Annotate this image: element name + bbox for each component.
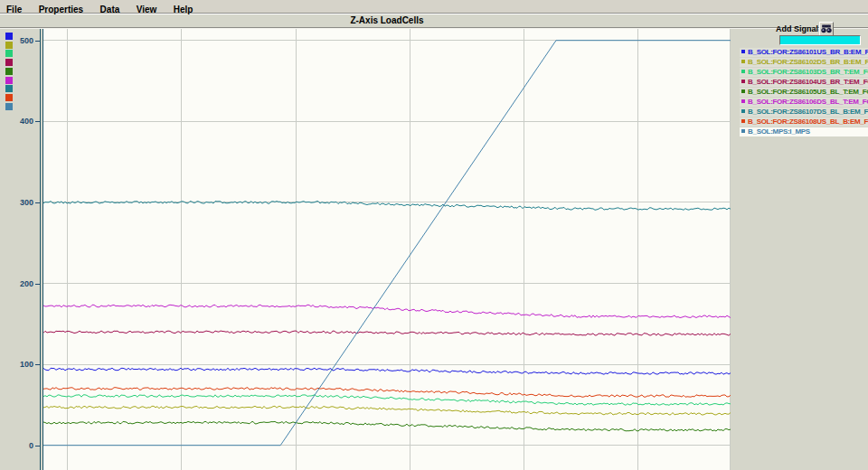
menu-properties[interactable]: Properties: [33, 4, 90, 14]
legend-label: B_SOL:FOR:ZS86104US_BR_T:EM_FORCE: [748, 78, 868, 86]
y-tick-label: 0: [11, 441, 33, 450]
legend-item[interactable]: B_SOL:FOR:ZS86104US_BR_T:EM_FORCE: [740, 78, 868, 87]
menu-view[interactable]: View: [130, 4, 164, 14]
legend-bullet-icon: [741, 60, 745, 63]
color-swatch: [5, 33, 13, 40]
legend-bullet-icon: [741, 70, 745, 73]
legend-item[interactable]: B_SOL:FOR:ZS86102DS_BR_B:EM_FORCE: [740, 58, 868, 67]
add-signal-find-button[interactable]: [819, 22, 834, 36]
y-axis-line: [40, 29, 43, 470]
y-tick: [35, 364, 40, 365]
y-tick: [35, 284, 40, 285]
application-window: File Properties Data View Help Z-Axis Lo…: [0, 0, 868, 470]
legend-bullet-icon: [741, 119, 745, 123]
legend-label: B_SOL:FOR:ZS86103DS_BR_T:EM_FORCE: [748, 68, 868, 76]
menu-data[interactable]: Data: [94, 4, 127, 14]
legend-label: B_SOL:FOR:ZS86105US_BL_T:EM_FORCE: [748, 88, 868, 96]
add-signal-label: Add Signal: [776, 24, 818, 33]
legend-label: B_SOL:FOR:ZS86108US_BL_B:EM_FORCE: [748, 118, 868, 126]
trace-B_SOL:FOR:ZS86101US_BR_B:EM_FORCE: [43, 368, 731, 374]
legend-label: B_SOL:FOR:ZS86107DS_BL_B:EM_FORCE: [748, 108, 868, 116]
color-swatch: [5, 59, 13, 66]
menu-file[interactable]: File: [0, 4, 28, 14]
y-tick: [35, 121, 40, 122]
y-tick-label: 100: [11, 360, 33, 369]
y-tick-label: 300: [11, 198, 33, 207]
add-signal-input[interactable]: [779, 35, 861, 45]
title-divider: [0, 27, 868, 28]
legend-bullet-icon: [741, 99, 745, 103]
y-tick-label: 200: [11, 279, 33, 288]
trace-B_SOL:FOR:ZS86104US_BR_T:EM_FORCE: [43, 331, 731, 335]
legend-item[interactable]: B_SOL:FOR:ZS86101US_BR_B:EM_FORCE: [740, 48, 868, 57]
color-swatch: [5, 50, 13, 57]
menu-bar: File Properties Data View Help: [0, 0, 868, 14]
legend-item[interactable]: B_SOL:FOR:ZS86107DS_BL_B:EM_FORCE: [740, 108, 868, 117]
color-swatch: [5, 42, 13, 49]
trace-B_SOL:FOR:ZS86102DS_BR_B:EM_FORCE: [43, 406, 731, 415]
trace-B_SOL:FOR:ZS86106DS_BL_T:EM_FORCE: [43, 305, 731, 317]
legend-bullet-icon: [741, 89, 745, 93]
page-title: Z-Axis LoadCells: [43, 15, 731, 25]
legend-item[interactable]: B_SOL:FOR:ZS86103DS_BR_T:EM_FORCE: [740, 68, 868, 77]
legend-label: B_SOL:FOR:ZS86102DS_BR_B:EM_FORCE: [748, 58, 868, 66]
y-tick-label: 500: [11, 36, 33, 45]
trace-B_SOL:FOR:ZS86108US_BL_B:EM_FORCE: [43, 388, 731, 398]
legend-label: B_SOL:MPS:I_MPS: [748, 127, 810, 136]
legend-bullet-icon: [741, 109, 745, 113]
strip-chart[interactable]: [43, 29, 731, 470]
color-swatch: [5, 94, 13, 101]
y-tick: [35, 446, 40, 446]
legend-bullet-icon: [741, 50, 745, 53]
color-swatch: [5, 103, 13, 110]
legend-bullet-icon: [741, 80, 745, 83]
color-swatch: [5, 68, 13, 75]
signal-legend: B_SOL:FOR:ZS86101US_BR_B:EM_FORCEB_SOL:F…: [740, 48, 868, 137]
trace-B_SOL:FOR:ZS86105US_BL_T:EM_FORCE: [43, 421, 731, 431]
y-tick-label: 400: [11, 117, 33, 126]
color-swatch: [5, 77, 13, 84]
trace-B_SOL:MPS:I_MPS: [43, 41, 731, 446]
legend-item[interactable]: B_SOL:MPS:I_MPS: [740, 127, 868, 136]
legend-item[interactable]: B_SOL:FOR:ZS86105US_BL_T:EM_FORCE: [740, 88, 868, 97]
legend-bullet-icon: [741, 129, 745, 133]
binoculars-find-icon: [821, 24, 832, 33]
legend-item[interactable]: B_SOL:FOR:ZS86108US_BL_B:EM_FORCE: [740, 118, 868, 127]
legend-item[interactable]: B_SOL:FOR:ZS86106DS_BL_T:EM_FORCE: [740, 98, 868, 107]
legend-label: B_SOL:FOR:ZS86106DS_BL_T:EM_FORCE: [748, 98, 868, 106]
legend-label: B_SOL:FOR:ZS86101US_BR_B:EM_FORCE: [748, 48, 868, 56]
menu-help[interactable]: Help: [167, 4, 200, 14]
color-swatch: [5, 85, 13, 92]
y-tick: [35, 202, 40, 203]
y-tick: [35, 41, 40, 42]
